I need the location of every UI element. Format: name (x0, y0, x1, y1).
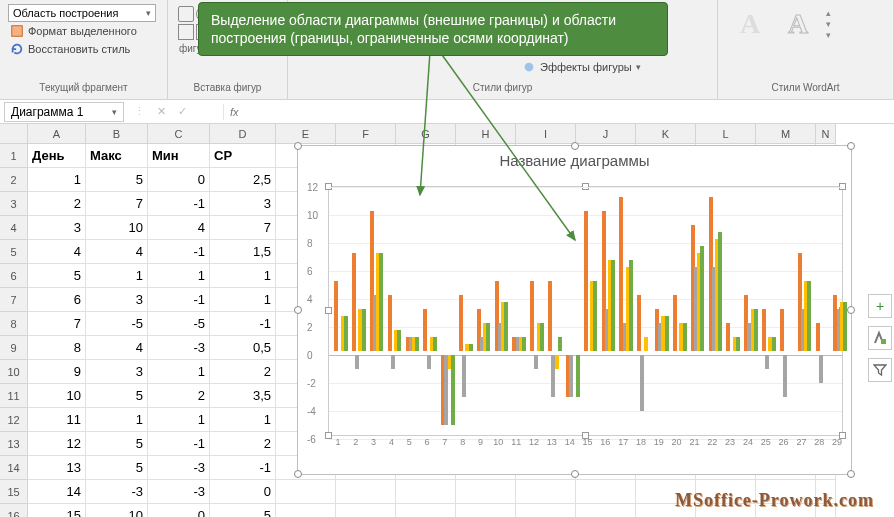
wordart-style[interactable]: А (730, 8, 770, 40)
cell[interactable] (336, 504, 396, 517)
cell[interactable]: -5 (148, 312, 210, 336)
cell[interactable]: 4 (86, 240, 148, 264)
cell[interactable]: 4 (86, 336, 148, 360)
chart-title[interactable]: Название диаграммы (298, 146, 851, 175)
bar[interactable] (640, 355, 644, 411)
resize-handle[interactable] (571, 470, 579, 478)
worksheet-grid[interactable]: ABCDEFGHIJKLMN 1234567891011121314151617… (0, 124, 894, 517)
bar[interactable] (772, 337, 776, 351)
bar[interactable] (765, 355, 769, 369)
cell[interactable]: 4 (28, 240, 86, 264)
resize-handle[interactable] (294, 306, 302, 314)
bar[interactable] (673, 295, 677, 351)
bar[interactable] (344, 316, 348, 351)
bar[interactable] (783, 355, 787, 397)
resize-handle[interactable] (294, 142, 302, 150)
cell[interactable]: 1 (148, 264, 210, 288)
cell[interactable]: -1 (210, 312, 276, 336)
bar[interactable] (534, 355, 538, 369)
cell[interactable]: 1 (148, 360, 210, 384)
bar[interactable] (530, 281, 534, 351)
cell[interactable]: 3,5 (210, 384, 276, 408)
cell[interactable]: 1 (28, 168, 86, 192)
bar[interactable] (397, 330, 401, 351)
bar[interactable] (718, 232, 722, 351)
cell[interactable]: 2 (148, 384, 210, 408)
bar[interactable] (569, 355, 573, 397)
cell[interactable]: 5 (28, 264, 86, 288)
bar[interactable] (548, 281, 552, 351)
bar[interactable] (355, 355, 359, 369)
cell[interactable] (276, 480, 336, 504)
cell[interactable]: 2 (28, 192, 86, 216)
cell[interactable]: 10 (28, 384, 86, 408)
plot-area[interactable]: -6-4-20246810121234567891011121314151617… (328, 186, 843, 436)
bar[interactable] (427, 355, 431, 369)
cell[interactable] (516, 480, 576, 504)
cell[interactable]: 2 (210, 432, 276, 456)
cell[interactable]: -3 (148, 336, 210, 360)
cell[interactable]: 8 (28, 336, 86, 360)
cell[interactable]: 5 (86, 456, 148, 480)
col-header[interactable]: D (210, 124, 276, 144)
cell[interactable]: 0 (148, 504, 210, 517)
chart-filter-button[interactable] (868, 358, 892, 382)
cell[interactable]: 6 (28, 288, 86, 312)
row-header[interactable]: 6 (0, 264, 28, 288)
row-header[interactable]: 16 (0, 504, 28, 517)
bar[interactable] (843, 302, 847, 351)
bar[interactable] (584, 211, 588, 351)
col-header[interactable]: C (148, 124, 210, 144)
row-header[interactable]: 5 (0, 240, 28, 264)
row-header[interactable]: 4 (0, 216, 28, 240)
bar[interactable] (469, 344, 473, 351)
cell[interactable]: 1 (210, 408, 276, 432)
cell[interactable] (396, 480, 456, 504)
bar[interactable] (644, 337, 648, 351)
cell[interactable]: -1 (148, 240, 210, 264)
cell[interactable] (456, 504, 516, 517)
cell[interactable] (516, 504, 576, 517)
select-all-cell[interactable] (0, 124, 28, 144)
row-header[interactable]: 2 (0, 168, 28, 192)
bar[interactable] (433, 337, 437, 351)
cell[interactable]: -1 (148, 432, 210, 456)
bar[interactable] (593, 281, 597, 351)
cell[interactable]: -1 (210, 456, 276, 480)
cell[interactable]: 7 (210, 216, 276, 240)
cell[interactable]: Макс (86, 144, 148, 168)
col-header[interactable]: I (516, 124, 576, 144)
row-header[interactable]: 14 (0, 456, 28, 480)
cell[interactable] (576, 504, 636, 517)
resize-handle[interactable] (847, 470, 855, 478)
row-header[interactable]: 8 (0, 312, 28, 336)
bar[interactable] (459, 295, 463, 351)
cell[interactable] (576, 480, 636, 504)
col-header[interactable]: B (86, 124, 148, 144)
bar[interactable] (415, 337, 419, 351)
cell[interactable]: 9 (28, 360, 86, 384)
cell[interactable]: -3 (148, 456, 210, 480)
row-header[interactable]: 10 (0, 360, 28, 384)
cell[interactable]: 2 (210, 360, 276, 384)
cell[interactable]: 5 (86, 432, 148, 456)
bar[interactable] (504, 302, 508, 351)
col-header[interactable]: H (456, 124, 516, 144)
cell[interactable]: 14 (28, 480, 86, 504)
cell[interactable]: 1 (210, 288, 276, 312)
cell[interactable]: 7 (86, 192, 148, 216)
bar[interactable] (555, 355, 559, 369)
selection-dropdown[interactable]: Область построения▾ (8, 4, 156, 22)
bar[interactable] (576, 355, 580, 397)
resize-handle[interactable] (847, 142, 855, 150)
plot-resize-handle[interactable] (325, 432, 332, 439)
bar[interactable] (736, 337, 740, 351)
bar[interactable] (391, 355, 395, 369)
col-header[interactable]: M (756, 124, 816, 144)
name-box[interactable]: Диаграмма 1▾ (4, 102, 124, 122)
col-header[interactable]: E (276, 124, 336, 144)
bar[interactable] (462, 355, 466, 397)
col-header[interactable]: G (396, 124, 456, 144)
resize-handle[interactable] (571, 142, 579, 150)
cell[interactable]: 1,5 (210, 240, 276, 264)
